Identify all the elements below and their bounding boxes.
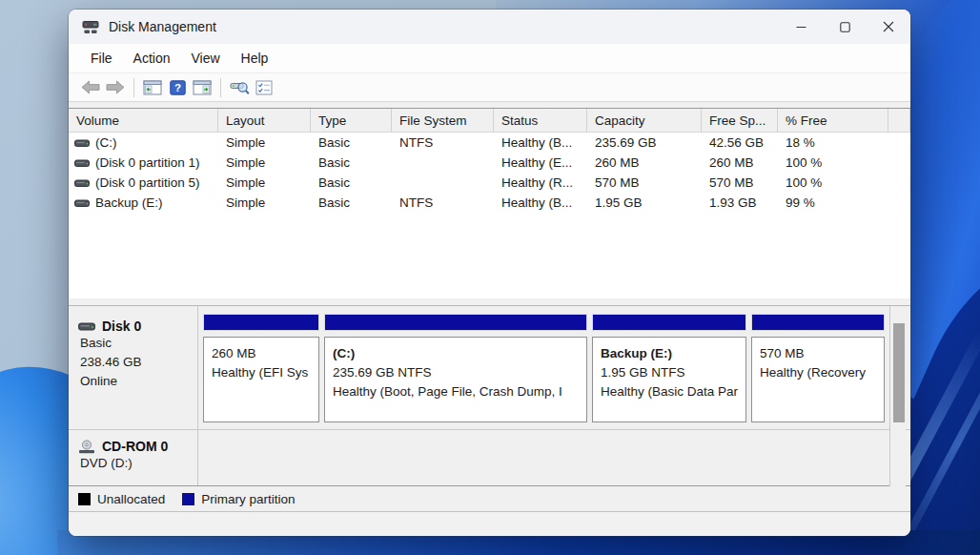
disk-management-window: Disk Management File Action View Help — [69, 10, 910, 536]
type-cell: Basic — [311, 173, 392, 193]
percent-free-cell: 18 % — [778, 133, 888, 153]
partition-size: 235.69 GB NTFS — [333, 363, 586, 382]
volume-row-c[interactable]: (C:) Simple Basic NTFS Healthy (B... 235… — [69, 133, 910, 153]
disk0-info[interactable]: Disk 0 Basic 238.46 GB Online — [69, 306, 198, 429]
percent-free-cell: 99 % — [778, 193, 888, 213]
vertical-scrollbar[interactable] — [889, 306, 906, 486]
layout-cell: Simple — [218, 193, 311, 213]
back-arrow-icon[interactable] — [78, 76, 103, 99]
primary-partition-bar — [203, 314, 319, 331]
drive-icon — [74, 198, 90, 208]
volume-table-header: Volume Layout Type File System Status Ca… — [69, 109, 910, 133]
legend-item-unallocated: Unallocated — [78, 492, 165, 506]
disk-management-app-icon — [82, 20, 99, 34]
status-cell: Healthy (B... — [494, 133, 587, 153]
menu-help[interactable]: Help — [231, 47, 279, 70]
window-controls — [779, 10, 910, 44]
status-cell: Healthy (E... — [494, 153, 587, 173]
file-system-cell — [392, 153, 494, 173]
partition-backup[interactable]: Backup (E:) 1.95 GB NTFS Healthy (Basic … — [592, 314, 746, 422]
column-header-file-system[interactable]: File System — [392, 109, 494, 132]
menu-action[interactable]: Action — [123, 47, 181, 70]
column-header-capacity[interactable]: Capacity — [587, 109, 702, 132]
disk0-size: 238.46 GB — [80, 353, 197, 372]
drive-icon — [74, 138, 90, 148]
layout-cell: Simple — [218, 173, 311, 193]
partition-status: Healthy (Basic Data Par — [601, 382, 745, 401]
volume-row-backup[interactable]: Backup (E:) Simple Basic NTFS Healthy (B… — [69, 193, 910, 213]
menu-view[interactable]: View — [180, 47, 230, 70]
forward-arrow-icon[interactable] — [103, 76, 128, 99]
drive-icon — [78, 321, 95, 332]
column-header-status[interactable]: Status — [494, 109, 587, 132]
free-space-cell: 42.56 GB — [702, 133, 778, 153]
menu-file[interactable]: File — [80, 47, 123, 70]
cdrom0-info[interactable]: CD-ROM 0 DVD (D:) — [69, 430, 198, 485]
disk-magnifier-icon[interactable] — [227, 76, 252, 99]
partition-title: Backup (E:) — [601, 344, 745, 363]
volume-cell: Backup (E:) — [69, 193, 218, 213]
layout-cell: Simple — [218, 153, 311, 173]
capacity-cell: 1.95 GB — [587, 193, 702, 213]
primary-partition-color-swatch — [182, 493, 194, 505]
capacity-cell: 260 MB — [587, 153, 702, 173]
column-header-percent-free[interactable]: % Free — [778, 109, 888, 132]
volume-cell: (Disk 0 partition 5) — [69, 173, 218, 193]
legend: Unallocated Primary partition — [69, 486, 910, 512]
file-system-cell: NTFS — [392, 193, 494, 213]
column-header-layout[interactable]: Layout — [218, 109, 311, 132]
disk0-status: Online — [80, 372, 197, 391]
capacity-cell: 570 MB — [587, 173, 702, 193]
close-button[interactable] — [867, 10, 910, 44]
window-title: Disk Management — [109, 19, 216, 34]
primary-partition-bar — [324, 314, 587, 331]
maximize-button[interactable] — [823, 10, 867, 44]
drive-icon — [74, 158, 90, 168]
capacity-cell: 235.69 GB — [587, 133, 702, 153]
type-cell: Basic — [311, 133, 392, 153]
cdrom0-media: DVD (D:) — [80, 454, 197, 473]
unallocated-color-swatch — [78, 493, 91, 505]
column-header-volume[interactable]: Volume — [69, 109, 218, 132]
legend-item-primary-partition: Primary partition — [182, 492, 295, 506]
partition-c[interactable]: (C:) 235.69 GB NTFS Healthy (Boot, Page … — [324, 314, 587, 422]
primary-partition-bar — [751, 314, 885, 331]
partition-efi[interactable]: 260 MB Healthy (EFI Sys — [203, 314, 319, 422]
cdrom0-row: CD-ROM 0 DVD (D:) — [69, 430, 910, 486]
type-cell: Basic — [311, 153, 392, 173]
titlebar[interactable]: Disk Management — [69, 10, 910, 44]
free-space-cell: 1.93 GB — [702, 193, 778, 213]
percent-free-cell: 100 % — [778, 173, 888, 193]
toolbar-separator — [133, 78, 134, 97]
disk0-type: Basic — [80, 334, 197, 353]
partition-title: (C:) — [333, 344, 586, 363]
partition-recovery[interactable]: 570 MB Healthy (Recovery — [751, 314, 885, 422]
cd-rom-icon — [78, 440, 95, 454]
graphical-view-panel: Disk 0 Basic 238.46 GB Online 260 MB Hea… — [69, 305, 910, 486]
console-tree-window-icon[interactable] — [140, 76, 165, 99]
volume-row-partition1[interactable]: (Disk 0 partition 1) Simple Basic Health… — [69, 153, 910, 173]
drive-icon — [74, 178, 90, 188]
checklist-icon[interactable] — [252, 76, 276, 99]
status-cell: Healthy (R... — [494, 173, 587, 193]
minimize-button[interactable] — [779, 10, 823, 44]
volume-list-panel: Volume Layout Type File System Status Ca… — [69, 108, 910, 298]
svg-text:?: ? — [174, 82, 180, 93]
partition-size: 260 MB — [212, 344, 318, 363]
column-header-blank — [888, 109, 910, 132]
column-header-type[interactable]: Type — [311, 109, 392, 132]
free-space-cell: 260 MB — [702, 153, 778, 173]
statusbar-strip — [69, 513, 910, 536]
file-system-cell: NTFS — [392, 133, 494, 153]
toolbar-separator — [220, 78, 221, 97]
scrollbar-thumb[interactable] — [893, 323, 905, 422]
toolbar: ? — [69, 73, 910, 102]
primary-partition-bar — [592, 314, 746, 331]
percent-free-cell: 100 % — [778, 153, 888, 173]
help-icon[interactable]: ? — [165, 76, 190, 99]
volume-cell: (Disk 0 partition 1) — [69, 153, 218, 173]
column-header-free-space[interactable]: Free Sp... — [702, 109, 778, 132]
action-pane-window-icon[interactable] — [190, 76, 214, 99]
volume-cell: (C:) — [69, 133, 218, 153]
volume-row-partition5[interactable]: (Disk 0 partition 5) Simple Basic Health… — [69, 173, 910, 193]
